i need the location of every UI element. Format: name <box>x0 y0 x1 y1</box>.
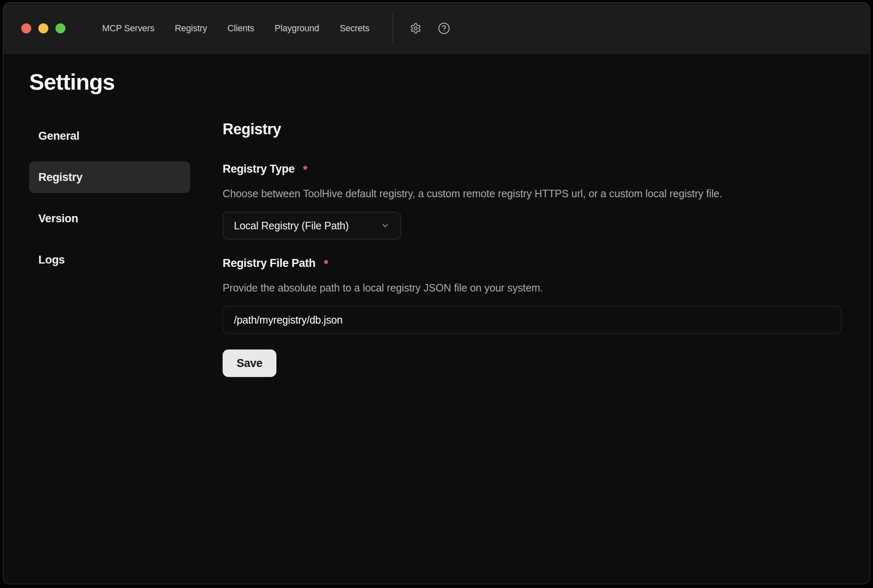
required-asterisk: * <box>303 162 308 178</box>
settings-gear-button[interactable] <box>409 22 422 35</box>
app-window: MCP Servers Registry Clients Playground … <box>3 2 870 584</box>
registry-type-select[interactable]: Local Registry (File Path) <box>223 212 401 239</box>
top-nav: MCP Servers Registry Clients Playground … <box>102 23 369 34</box>
sidebar-item-registry[interactable]: Registry <box>29 161 190 193</box>
nav-item-playground[interactable]: Playground <box>275 23 319 34</box>
page-title: Settings <box>29 67 840 96</box>
nav-item-mcp-servers[interactable]: MCP Servers <box>102 23 154 34</box>
nav-item-registry[interactable]: Registry <box>175 23 207 34</box>
registry-file-path-label: Registry File Path <box>223 256 316 270</box>
window-controls <box>21 23 65 33</box>
settings-page: Settings General Registry Version Logs R… <box>3 55 870 377</box>
registry-settings-panel: Registry Registry Type * Choose between … <box>223 120 840 377</box>
registry-file-path-input[interactable] <box>223 306 841 334</box>
sidebar-item-version[interactable]: Version <box>29 203 190 234</box>
help-icon <box>438 22 450 35</box>
titlebar-divider <box>393 13 393 44</box>
required-asterisk: * <box>324 256 329 272</box>
help-button[interactable] <box>437 22 451 35</box>
registry-type-description: Choose between ToolHive default registry… <box>223 187 840 200</box>
chevron-down-icon <box>381 221 390 230</box>
sidebar-item-general[interactable]: General <box>29 120 190 152</box>
registry-file-path-field: Registry File Path * Provide the absolut… <box>223 256 840 334</box>
registry-type-selected-value: Local Registry (File Path) <box>234 220 349 232</box>
settings-sidebar: General Registry Version Logs <box>29 120 190 377</box>
registry-type-field: Registry Type * Choose between ToolHive … <box>223 162 840 239</box>
sidebar-item-logs[interactable]: Logs <box>29 244 190 276</box>
gear-icon <box>410 23 421 34</box>
registry-file-path-description: Provide the absolute path to a local reg… <box>223 281 840 294</box>
save-button[interactable]: Save <box>223 349 276 377</box>
minimize-button[interactable] <box>38 23 48 33</box>
nav-item-secrets[interactable]: Secrets <box>340 23 370 34</box>
nav-item-clients[interactable]: Clients <box>228 23 254 34</box>
zoom-button[interactable] <box>55 23 65 33</box>
titlebar: MCP Servers Registry Clients Playground … <box>3 3 870 55</box>
close-button[interactable] <box>21 23 31 33</box>
titlebar-icons <box>409 22 451 35</box>
section-heading: Registry <box>223 120 840 138</box>
registry-type-label: Registry Type <box>223 162 295 176</box>
